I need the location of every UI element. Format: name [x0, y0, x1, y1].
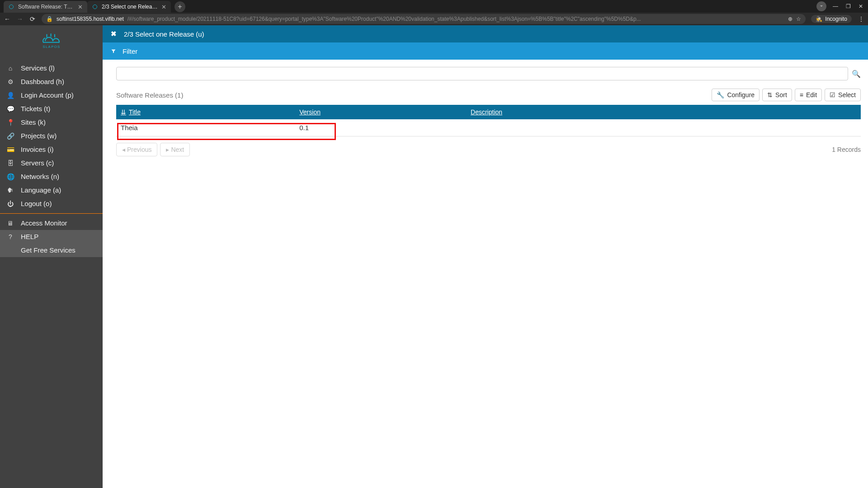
search-input[interactable] [116, 67, 848, 80]
content-area: 🔍 Software Releases (1) 🔧Configure ⇅Sort… [103, 60, 868, 164]
sidebar-item-invoices[interactable]: 💳Invoices (i) [0, 143, 103, 156]
main-panel: ✖ 2/3 Select one Release (u) Filter 🔍 So… [103, 25, 868, 488]
button-label: Edit [806, 91, 817, 99]
button-label: Sort [775, 91, 787, 99]
sidebar-item-projects[interactable]: 🔗Projects (w) [0, 129, 103, 143]
filter-bar[interactable]: Filter [103, 42, 868, 60]
cell-description [466, 119, 861, 136]
sidebar-item-freeservices[interactable]: Get Free Services [0, 244, 103, 257]
incognito-icon: 🕵 [816, 16, 822, 22]
incognito-badge: 🕵 Incognito [811, 15, 852, 23]
table-header-row: ⇊Title Version Description [116, 105, 861, 119]
database-icon: 🗄 [6, 158, 14, 168]
column-header-version[interactable]: Version [295, 105, 466, 119]
column-header-title[interactable]: ⇊Title [116, 105, 295, 119]
search-button[interactable]: 🔍 [852, 67, 861, 80]
language-icon: 🗣 [6, 185, 14, 195]
monitor-icon: 🖥 [6, 218, 14, 228]
table-row[interactable]: Theia 0.1 [116, 119, 861, 136]
maximize-icon[interactable]: ❐ [844, 3, 852, 9]
configure-button[interactable]: 🔧Configure [712, 89, 760, 101]
releases-table: ⇊Title Version Description Theia 0.1 [116, 105, 861, 136]
help-icon: ? [6, 232, 14, 242]
sidebar-item-label: Logout (o) [21, 199, 52, 209]
action-buttons: 🔧Configure ⇅Sort ≡Edit ☑Select [712, 89, 861, 101]
cell-value: Theia [121, 124, 138, 131]
cell-title: Theia [116, 119, 295, 136]
check-icon: ☑ [830, 91, 835, 99]
sidebar-item-language[interactable]: 🗣Language (a) [0, 183, 103, 197]
minimize-icon[interactable]: — [832, 3, 839, 9]
zoom-icon[interactable]: ⊕ [788, 16, 793, 22]
reload-icon[interactable]: ⟳ [29, 15, 36, 23]
pager: ◂Previous ▸Next 1 Records [116, 143, 861, 156]
sidebar-item-login[interactable]: 👤Login Account (p) [0, 89, 103, 102]
button-label: Next [171, 146, 184, 153]
nav-list-primary: ⌂Services (l) ⚙Dashboard (h) 👤Login Acco… [0, 57, 103, 211]
sidebar-item-label: Language (a) [21, 185, 61, 195]
power-icon: ⏻ [6, 199, 14, 209]
url-path: /#/software_product_module/20211118-51C8… [127, 16, 785, 22]
sidebar-item-monitor[interactable]: 🖥Access Monitor [0, 216, 103, 230]
sidebar: SLAPOS ⌂Services (l) ⚙Dashboard (h) 👤Log… [0, 25, 103, 488]
browser-tab[interactable]: Software Release: Theia ✕ [4, 1, 87, 13]
search-icon: 🔍 [852, 70, 861, 78]
sidebar-item-sites[interactable]: 📍Sites (k) [0, 116, 103, 129]
close-icon[interactable]: ✖ [111, 30, 117, 38]
button-label: Configure [727, 91, 755, 99]
filter-label: Filter [123, 47, 137, 55]
svg-point-0 [9, 5, 14, 9]
page-title: 2/3 Select one Release (u) [124, 30, 204, 38]
browser-tab[interactable]: 2/3 Select one Release ✕ [87, 1, 171, 13]
sidebar-item-tickets[interactable]: 💬Tickets (t) [0, 102, 103, 116]
star-icon[interactable]: ☆ [796, 16, 801, 22]
close-icon[interactable]: ✕ [78, 4, 83, 10]
close-icon[interactable]: ✕ [161, 4, 166, 10]
favicon-icon [8, 4, 14, 10]
nav-list-secondary: 🖥Access Monitor ?HELP Get Free Services [0, 214, 103, 257]
button-label: Previous [127, 146, 151, 153]
sidebar-item-servers[interactable]: 🗄Servers (c) [0, 156, 103, 170]
logo[interactable]: SLAPOS [0, 25, 103, 57]
sidebar-item-label: Projects (w) [21, 131, 57, 141]
sort-icon: ⇅ [767, 91, 773, 99]
sidebar-item-label: Networks (n) [21, 172, 59, 182]
share-icon: 🔗 [6, 131, 14, 141]
url-bar[interactable]: 🔒 softinst158355.host.vifib.net /#/softw… [42, 14, 806, 24]
svg-point-1 [93, 5, 97, 9]
wrench-icon: 🔧 [717, 91, 724, 99]
column-label: Version [299, 108, 321, 116]
select-button[interactable]: ☑Select [825, 89, 861, 101]
sidebar-item-label: Dashboard (h) [21, 77, 64, 87]
nav-bar: ← → ⟳ 🔒 softinst158355.host.vifib.net /#… [0, 13, 868, 25]
button-label: Select [838, 91, 856, 99]
url-host: softinst158355.host.vifib.net [57, 16, 124, 22]
next-button[interactable]: ▸Next [160, 143, 190, 156]
menu-icon[interactable]: ⋮ [858, 15, 864, 23]
edit-button[interactable]: ≡Edit [795, 89, 822, 101]
marker-icon: 📍 [6, 117, 14, 127]
column-header-description[interactable]: Description [466, 105, 861, 119]
svg-text:SLAPOS: SLAPOS [42, 45, 60, 49]
new-tab-button[interactable]: + [175, 1, 185, 12]
previous-button[interactable]: ◂Previous [116, 143, 157, 156]
list-icon: ≡ [800, 91, 803, 99]
sidebar-item-label: Get Free Services [21, 245, 75, 255]
page-header: ✖ 2/3 Select one Release (u) [103, 25, 868, 42]
dashboard-icon: ⚙ [6, 77, 14, 87]
sidebar-item-label: HELP [21, 232, 38, 242]
close-window-icon[interactable]: ✕ [857, 3, 864, 9]
sidebar-item-networks[interactable]: 🌐Networks (n) [0, 170, 103, 183]
sidebar-item-help[interactable]: ?HELP [0, 230, 103, 244]
table-title: Software Releases (1) [116, 91, 183, 99]
forward-icon[interactable]: → [16, 15, 24, 23]
sidebar-item-logout[interactable]: ⏻Logout (o) [0, 197, 103, 211]
sidebar-item-services[interactable]: ⌂Services (l) [0, 61, 103, 75]
back-icon[interactable]: ← [4, 15, 11, 23]
comments-icon: 💬 [6, 104, 14, 114]
sidebar-item-label: Login Account (p) [21, 90, 74, 100]
sidebar-item-dashboard[interactable]: ⚙Dashboard (h) [0, 75, 103, 89]
sort-button[interactable]: ⇅Sort [762, 89, 792, 101]
profile-icon[interactable] [816, 1, 826, 11]
column-label: Title [129, 108, 141, 116]
